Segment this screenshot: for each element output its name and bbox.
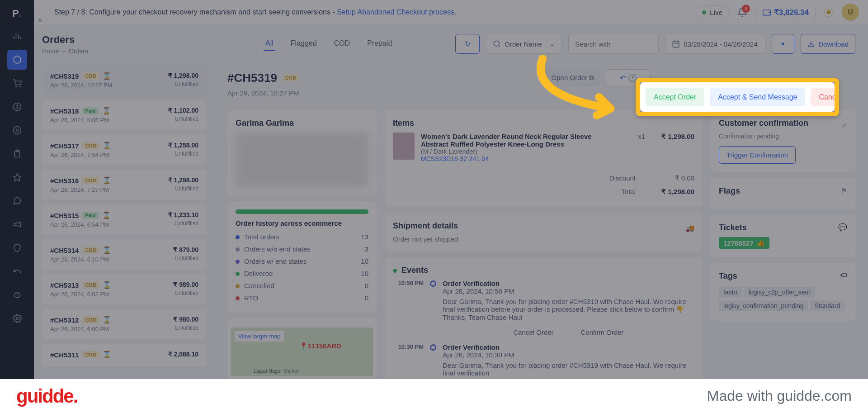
refresh-button[interactable]: ↻: [455, 34, 480, 54]
order-list-item[interactable]: #CH5316 COD ⌛Apr 26, 2024, 7:27 PM₹ 1,29…: [42, 170, 207, 199]
topbar: Step 7 / 8: Configure your checkout reco…: [34, 0, 868, 25]
tag-chip[interactable]: logisy_c2p_offer_sent: [744, 287, 815, 298]
breadcrumb: Home — Orders: [42, 47, 207, 55]
user-avatar[interactable]: U: [842, 4, 859, 21]
accept-order-button[interactable]: Accept Order: [646, 88, 704, 106]
nav-currency-icon[interactable]: [7, 97, 27, 117]
events-card: Events 10:58 PMOrder VerificationApr 26,…: [385, 257, 703, 379]
accept-send-message-button[interactable]: Accept & Send Message: [710, 88, 805, 106]
map-pin-icon: 📍11156ARD: [299, 342, 341, 350]
svg-point-11: [494, 41, 500, 46]
order-list-item[interactable]: #CH5319 COD ⌛Apr 26, 2024, 10:27 PM₹ 1,2…: [42, 66, 207, 95]
guidde-footer: guidde. Made with guidde.com: [0, 379, 868, 413]
nav-star-icon[interactable]: [7, 167, 27, 187]
filter-tab[interactable]: All: [264, 37, 275, 51]
setup-link[interactable]: Setup Abandoned Checkout process: [337, 8, 454, 16]
flag-icon[interactable]: ⚑: [841, 186, 847, 200]
order-list-item[interactable]: #CH5312 COD ⌛Apr 26, 2024, 6:00 PM₹ 980.…: [42, 309, 207, 339]
svg-point-0: [15, 86, 16, 87]
svg-point-4: [16, 129, 18, 132]
product-image: [393, 133, 415, 160]
notification-bell-icon[interactable]: 3: [737, 7, 747, 17]
nav-clipboard-icon[interactable]: [7, 144, 27, 164]
nav-settings-icon[interactable]: [7, 309, 27, 328]
nav-savings-icon[interactable]: [7, 285, 27, 305]
shipment-card: Shipment details 🚚 Order not yet shipped: [385, 213, 703, 251]
theme-toggle-icon[interactable]: [824, 7, 834, 17]
wallet-balance[interactable]: ₹3,826.34: [755, 4, 816, 21]
order-list-item[interactable]: #CH5311 COD ⌛₹ 2,088.10: [42, 344, 207, 367]
flags-card: Flags⚑: [711, 178, 855, 209]
customer-card: Garima Garima: [227, 110, 377, 195]
svg-point-3: [13, 127, 21, 134]
order-id-heading: #CH5319: [227, 71, 277, 85]
filter-tab[interactable]: COD: [332, 37, 352, 51]
download-button[interactable]: Download: [801, 34, 855, 54]
search-icon: [493, 40, 501, 48]
customer-name: Garima Garima: [236, 119, 368, 128]
event-confirm-link[interactable]: Confirm Order: [581, 328, 624, 336]
svg-marker-6: [13, 174, 21, 181]
tag-chip[interactable]: Standard: [810, 300, 844, 311]
filter-tab[interactable]: Flagged: [289, 37, 319, 51]
nav-analytics-icon[interactable]: [7, 26, 27, 46]
product-sku-link[interactable]: MCSS23D16-32-241-04: [421, 155, 621, 162]
ticket-badge[interactable]: 12788527 👍: [719, 237, 769, 249]
highlighted-actions: Accept Order Accept & Send Message Cance…: [636, 78, 839, 116]
map-card: View larger map 📍11156ARD Lajpat Nagar M…: [227, 318, 377, 379]
svg-point-1: [19, 86, 20, 87]
order-list-item[interactable]: #CH5314 COD ⌛Apr 26, 2024, 6:10 PM₹ 879.…: [42, 240, 207, 269]
nav-chat-icon[interactable]: [7, 191, 27, 211]
setup-banner: Step 7 / 8: Configure your checkout reco…: [54, 8, 456, 16]
tag-icon[interactable]: 🏷: [840, 271, 847, 285]
truck-icon: 🚚: [685, 224, 694, 233]
nav-location-icon[interactable]: [7, 120, 27, 140]
guidde-logo: guidde.: [16, 385, 77, 407]
made-with-text: Made with guidde.com: [707, 388, 852, 404]
check-circle-icon: ✓: [841, 121, 847, 130]
order-list-item[interactable]: #CH5318 Paid ⌛Apr 26, 2024, 8:05 PM₹ 1,1…: [42, 100, 207, 130]
live-badge: Live: [695, 5, 729, 19]
wallet-icon: [762, 8, 771, 17]
view-larger-map-button[interactable]: View larger map: [235, 331, 284, 342]
comments-icon[interactable]: 💬: [838, 223, 847, 237]
app-logo: P.: [8, 5, 26, 23]
annotation-arrow: [520, 50, 633, 127]
tag-chip[interactable]: fastrr: [719, 287, 742, 298]
tickets-card: Tickets💬 12788527 👍: [711, 215, 855, 257]
nav-cart-icon[interactable]: [7, 73, 27, 93]
page-title: Orders: [42, 34, 207, 46]
tag-chip[interactable]: logisy_confirmation_pending: [719, 300, 808, 311]
nav-orders-icon[interactable]: [7, 50, 27, 70]
trigger-confirmation-button[interactable]: Trigger Confirmation: [719, 146, 796, 164]
sidebar-collapse-icon[interactable]: «: [34, 14, 47, 26]
calendar-icon: [672, 40, 680, 48]
event-cancel-link[interactable]: Cancel Order: [513, 328, 553, 336]
chevron-down-icon: ⌄: [549, 40, 555, 48]
filter-tab[interactable]: Prepaid: [365, 37, 394, 51]
cancel-order-button[interactable]: Cancel Order: [811, 88, 839, 106]
svg-point-8: [16, 318, 18, 320]
filter-button[interactable]: ▾: [772, 34, 794, 54]
tags-card: Tags🏷 fastrrlogisy_c2p_offer_sentlogisy_…: [711, 263, 855, 321]
date-range-picker[interactable]: 03/28/2024 - 04/26/2024: [665, 34, 765, 54]
download-icon: [807, 40, 815, 47]
svg-point-7: [14, 293, 20, 298]
nav-undo-icon[interactable]: [7, 261, 27, 281]
svg-rect-12: [673, 41, 679, 47]
order-list-item[interactable]: #CH5313 COD ⌛Apr 26, 2024, 6:02 PM₹ 989.…: [42, 275, 207, 304]
order-list-item[interactable]: #CH5317 COD ⌛Apr 26, 2024, 7:54 PM₹ 1,25…: [42, 135, 207, 165]
sidebar: P.: [0, 0, 34, 413]
svg-point-10: [826, 10, 830, 14]
order-list-item[interactable]: #CH5315 Paid ⌛Apr 26, 2024, 6:54 PM₹ 1,2…: [42, 205, 207, 234]
notification-count: 3: [742, 5, 750, 13]
confirmation-card: Customer confirmation ✓ Confirmation pen…: [711, 110, 855, 172]
nav-shield-icon[interactable]: [7, 238, 27, 258]
order-history-card: Order history across ecommerce Total ord…: [227, 201, 377, 312]
nav-megaphone-icon[interactable]: [7, 214, 27, 234]
order-payment-badge: COD: [283, 74, 299, 81]
